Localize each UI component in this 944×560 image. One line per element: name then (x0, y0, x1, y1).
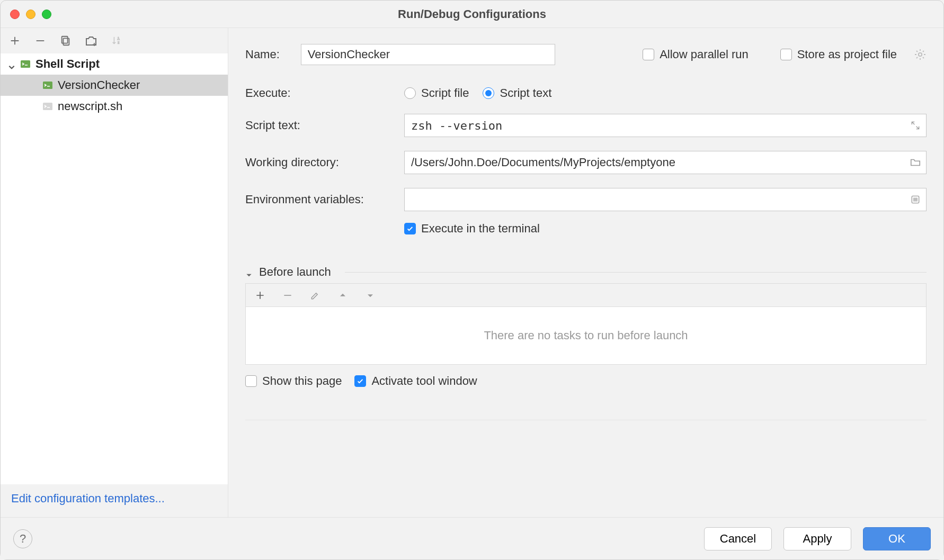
list-icon[interactable] (909, 193, 922, 206)
script-text-label: Script text: (245, 119, 404, 132)
execute-script-text-radio[interactable]: Script text (483, 86, 551, 100)
environment-variables-input[interactable] (404, 188, 927, 211)
checkbox-icon (404, 223, 416, 234)
checkbox-label: Activate tool window (371, 374, 477, 388)
before-launch-header[interactable]: Before launch (245, 265, 927, 279)
move-down-button[interactable] (363, 288, 377, 302)
working-directory-label: Working directory: (245, 156, 404, 169)
radio-icon (483, 87, 494, 99)
remove-configuration-button[interactable] (33, 34, 47, 48)
checkbox-icon (354, 375, 366, 387)
expand-icon[interactable] (909, 119, 922, 132)
checkbox-icon (780, 49, 792, 60)
shell-script-icon (42, 79, 54, 91)
close-window-button[interactable] (10, 10, 20, 19)
svg-rect-0 (63, 38, 69, 45)
dialog-body: Shell Script VersionChecker newscript.sh… (1, 28, 943, 517)
titlebar: Run/Debug Configurations (1, 1, 943, 28)
configuration-form: Name: Allow parallel run Store as projec… (228, 28, 943, 517)
before-launch-empty: There are no tasks to run before launch (245, 306, 927, 365)
checkbox-icon (643, 49, 654, 60)
before-launch-section: Before launch (245, 265, 927, 388)
working-directory-input[interactable] (404, 151, 927, 174)
environment-variables-row: Environment variables: (245, 188, 927, 211)
dialog-footer: ? Cancel Apply OK (1, 517, 943, 559)
configurations-tree: Shell Script VersionChecker newscript.sh (1, 53, 228, 484)
execute-in-terminal-checkbox[interactable]: Execute in the terminal (404, 222, 540, 236)
separator (245, 420, 927, 420)
exec-terminal-row: Execute in the terminal (245, 222, 927, 236)
configurations-sidebar: Shell Script VersionChecker newscript.sh… (1, 28, 228, 517)
radio-icon (404, 87, 416, 99)
allow-parallel-run-checkbox[interactable]: Allow parallel run (643, 48, 749, 61)
tree-item-label: newscript.sh (58, 100, 122, 113)
execute-radio-group: Script file Script text (404, 86, 551, 100)
sidebar-toolbar (1, 28, 228, 53)
zoom-window-button[interactable] (42, 10, 51, 19)
run-debug-configurations-window: Run/Debug Configurations (0, 0, 944, 560)
svg-point-5 (919, 53, 922, 56)
section-title: Before launch (259, 265, 331, 279)
sort-configurations-button[interactable] (110, 34, 123, 48)
edit-task-button[interactable] (308, 288, 322, 302)
checkbox-label: Allow parallel run (660, 48, 749, 61)
checkbox-label: Execute in the terminal (421, 222, 540, 236)
execute-label: Execute: (245, 86, 404, 100)
script-text-input[interactable] (404, 114, 927, 137)
shell-script-icon (20, 58, 31, 70)
svg-rect-3 (43, 82, 52, 89)
name-label: Name: (245, 48, 280, 61)
svg-rect-1 (62, 37, 68, 43)
tree-group-label: Shell Script (35, 57, 100, 71)
help-button[interactable]: ? (13, 529, 32, 548)
environment-variables-label: Environment variables: (245, 193, 404, 206)
radio-label: Script file (421, 86, 469, 100)
window-title: Run/Debug Configurations (1, 7, 943, 21)
empty-text: There are no tasks to run before launch (484, 329, 688, 342)
add-configuration-button[interactable] (8, 34, 22, 48)
add-task-button[interactable] (253, 288, 267, 302)
move-up-button[interactable] (336, 288, 350, 302)
shell-script-icon (42, 101, 54, 112)
chevron-down-icon (8, 60, 15, 68)
ok-button[interactable]: OK (863, 527, 931, 550)
folder-icon[interactable] (909, 156, 922, 169)
apply-button[interactable]: Apply (783, 527, 851, 550)
before-launch-toolbar (245, 283, 927, 306)
copy-configuration-button[interactable] (59, 34, 73, 48)
save-configuration-button[interactable] (84, 34, 98, 48)
store-as-project-file-checkbox[interactable]: Store as project file (780, 48, 897, 61)
divider (345, 272, 927, 273)
cancel-button[interactable]: Cancel (704, 527, 772, 550)
checkbox-icon (245, 375, 257, 387)
script-text-row: Script text: (245, 114, 927, 137)
checkbox-label: Show this page (262, 374, 342, 388)
bottom-options: Show this page Activate tool window (245, 374, 927, 388)
svg-rect-4 (43, 103, 52, 110)
activate-tool-window-checkbox[interactable]: Activate tool window (354, 374, 477, 388)
execute-script-file-radio[interactable]: Script file (404, 86, 469, 100)
tree-item-label: VersionChecker (58, 78, 140, 92)
name-input[interactable] (301, 44, 555, 65)
name-row: Name: Allow parallel run Store as projec… (245, 44, 927, 65)
tree-group-shell-script[interactable]: Shell Script (1, 53, 228, 75)
gear-icon[interactable] (914, 48, 927, 61)
checkbox-label: Store as project file (797, 48, 897, 61)
remove-task-button[interactable] (281, 288, 295, 302)
execute-row: Execute: Script file Script text (245, 86, 927, 100)
tree-item-newscript[interactable]: newscript.sh (1, 96, 228, 117)
radio-label: Script text (500, 86, 551, 100)
window-controls (10, 10, 51, 19)
minimize-window-button[interactable] (26, 10, 35, 19)
edit-configuration-templates-link[interactable]: Edit configuration templates... (1, 484, 228, 517)
disclosure-triangle-icon (245, 268, 253, 276)
svg-rect-2 (21, 60, 30, 68)
tree-item-versionchecker[interactable]: VersionChecker (1, 75, 228, 96)
show-this-page-checkbox[interactable]: Show this page (245, 374, 342, 388)
working-directory-row: Working directory: (245, 151, 927, 174)
